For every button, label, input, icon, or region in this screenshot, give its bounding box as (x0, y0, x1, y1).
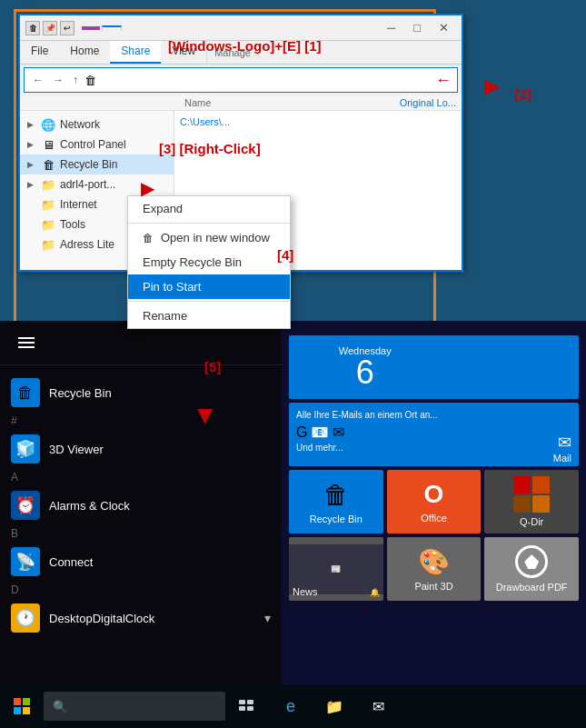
up-button[interactable]: ↑ (70, 74, 81, 86)
drawboard-icon (515, 545, 548, 578)
email-icon: ✉ (333, 424, 344, 441)
context-rename[interactable]: Rename (128, 304, 290, 328)
titlebar: 🗑 📌 ↩ ─ □ ✕ (20, 15, 462, 41)
office-tile-icon: O (424, 480, 444, 509)
office-tile-label: Office (421, 513, 447, 524)
mail-text: Alle Ihre E-Mails an einem Ort an... G 📧… (296, 410, 554, 453)
svg-rect-7 (247, 706, 253, 711)
tiles-grid: Wednesday 6 Alle Ihre E-Mails an einem O… (289, 335, 579, 601)
windows-logo-icon (14, 698, 30, 714)
undo-icon: ↩ (60, 21, 74, 35)
ribbon-tab-home[interactable]: Home (59, 41, 110, 64)
sidebar-item-recycle-bin[interactable]: ▶ 🗑 Recycle Bin (20, 155, 174, 175)
taskbar-search[interactable]: 🔍 (44, 692, 225, 721)
mail-taskbar-icon: ✉ (372, 698, 384, 715)
tab-recycle-tools[interactable] (82, 26, 100, 30)
arrow-to-address: ▶ (484, 75, 500, 98)
task-view-icon (239, 700, 255, 713)
mail-headline: Alle Ihre E-Mails an einem Ort an... (296, 410, 554, 420)
svg-rect-2 (14, 707, 21, 714)
step2-badge: [2] (515, 86, 531, 102)
start-app-3d-viewer[interactable]: 🧊 3D Viewer (0, 429, 282, 469)
back-button[interactable]: ← (30, 74, 46, 86)
news-tile-label: News (293, 586, 318, 597)
context-empty-recycle-bin[interactable]: Empty Recycle Bin (128, 250, 290, 274)
start-app-connect[interactable]: 📡 Connect (0, 542, 282, 582)
connect-label: Connect (49, 555, 93, 569)
start-app-alarms[interactable]: ⏰ Alarms & Clock (0, 485, 282, 525)
sidebar-item-adrl4[interactable]: ▶ 📁 adrl4-port... (20, 175, 174, 194)
svg-rect-1 (23, 698, 30, 705)
hamburger-icon[interactable] (11, 330, 271, 355)
desktop-clock-icon: 🕐 (11, 603, 40, 633)
ribbon-manage-label: Manage (214, 47, 251, 58)
tile-office[interactable]: O Office (387, 470, 482, 534)
expand-arrow-rb: ▶ (27, 160, 36, 169)
tile-news[interactable]: 📰 News 🔔 (289, 537, 383, 601)
context-pin-to-start[interactable]: Pin to Start (128, 274, 290, 299)
section-d: D (0, 582, 282, 598)
path-info: C:\Users\... (178, 115, 458, 129)
separator-2 (128, 301, 290, 302)
context-menu: Expand 🗑 Open in new window Empty Recycl… (127, 195, 291, 329)
mail-content: Alle Ihre E-Mails an einem Ort an... G 📧… (296, 410, 571, 453)
outlook-icon: 📧 (311, 424, 329, 441)
sidebar-label-control-panel: Control Panel (60, 138, 126, 151)
search-icon: 🔍 (53, 700, 67, 713)
start-button[interactable] (0, 684, 44, 728)
column-headers: Name Original Lo... (20, 95, 462, 111)
context-expand[interactable]: Expand (128, 196, 290, 221)
open-new-window-label: Open in new window (161, 231, 270, 244)
file-explorer-taskbar-button[interactable]: 📁 (313, 684, 356, 728)
svg-rect-6 (239, 706, 245, 711)
expand-arrow: ▶ (27, 120, 36, 129)
network-icon: 🌐 (41, 117, 55, 132)
mail-taskbar-button[interactable]: ✉ (356, 684, 400, 728)
sidebar-label-network: Network (60, 118, 100, 131)
google-icon: G (296, 424, 307, 441)
tile-mail[interactable]: Alle Ihre E-Mails an einem Ort an... G 📧… (289, 403, 579, 466)
svg-rect-0 (14, 698, 21, 705)
context-open-new-window[interactable]: 🗑 Open in new window (128, 225, 290, 250)
tab-recycle-bin[interactable] (102, 25, 122, 31)
address-icon: 🗑 (84, 74, 96, 87)
quick-access-icon: 📌 (43, 21, 57, 35)
minimize-button[interactable]: ─ (380, 21, 402, 35)
start-app-desktop-clock[interactable]: 🕐 DesktopDigitalClock ▾ (0, 598, 282, 638)
annotation-step2: [2] (515, 86, 531, 102)
close-button[interactable]: ✕ (432, 21, 456, 35)
mail-icon-right: ✉ (558, 410, 571, 453)
task-view-button[interactable] (225, 684, 269, 728)
tile-calendar[interactable]: Wednesday 6 (289, 335, 579, 399)
sidebar-label-adress-lite: Adress Lite (60, 238, 114, 251)
tile-drawboard[interactable]: Drawboard PDF (484, 537, 579, 601)
sidebar-label-adrl4: adrl4-port... (60, 178, 115, 191)
start-right-panel: Wednesday 6 Alle Ihre E-Mails an einem O… (282, 321, 586, 684)
rename-label: Rename (143, 309, 187, 323)
tile-q-dir[interactable]: Q-Dir (484, 470, 579, 534)
start-app-recycle-bin[interactable]: 🗑 Recycle Bin (0, 373, 282, 413)
edge-browser-button[interactable]: e (269, 684, 313, 728)
ribbon-tab-share[interactable]: Share (110, 41, 161, 64)
ribbon-tab-view[interactable]: View (161, 41, 206, 64)
sidebar-item-control-panel[interactable]: ▶ 🖥 Control Panel (20, 135, 174, 155)
news-image-placeholder: 📰 (331, 564, 341, 573)
mail-subtext: Und mehr... (296, 443, 554, 453)
recycle-bin-app-label: Recycle Bin (49, 386, 112, 400)
recycle-bin-sidebar-icon: 🗑 (41, 157, 55, 172)
calendar-content: Wednesday 6 (296, 345, 433, 389)
ribbon-tab-file[interactable]: File (20, 41, 59, 64)
calendar-date: 6 (356, 356, 374, 389)
3d-viewer-icon: 🧊 (11, 434, 40, 464)
sidebar-item-network[interactable]: ▶ 🌐 Network (20, 115, 174, 135)
ribbon: File Home Share View Manage (20, 41, 462, 65)
col-original-location: Original Lo... (400, 97, 456, 108)
forward-button[interactable]: → (50, 74, 66, 86)
alarms-icon: ⏰ (11, 491, 40, 520)
paint-3d-icon: 🎨 (418, 547, 450, 577)
maximize-button[interactable]: □ (406, 21, 428, 35)
tile-paint-3d[interactable]: 🎨 Paint 3D (387, 537, 482, 601)
expand-arrow-adrl4: ▶ (27, 180, 36, 189)
search-input[interactable] (73, 700, 216, 713)
tile-recycle-bin[interactable]: 🗑 Recycle Bin (289, 470, 383, 534)
